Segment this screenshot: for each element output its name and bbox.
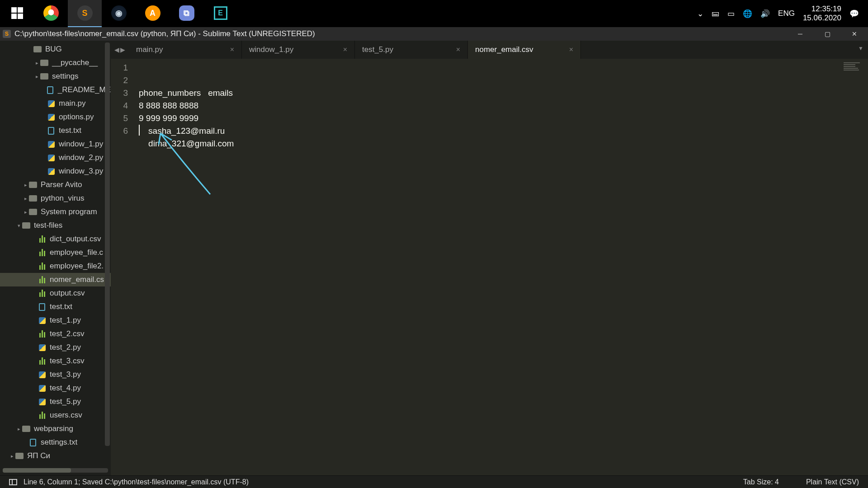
status-syntax[interactable]: Plain Text (CSV): [806, 478, 859, 486]
tab-overflow-icon[interactable]: ▼: [858, 45, 863, 52]
sublime-logo-icon: S: [3, 30, 11, 38]
tree-item[interactable]: output.csv: [0, 286, 111, 300]
tree-item[interactable]: test_1.py: [0, 314, 111, 327]
steam-icon: ◉: [111, 5, 127, 21]
disclosure-arrow-icon[interactable]: ▸: [34, 74, 40, 80]
tree-item-label: window_3.py: [59, 167, 103, 176]
tree-item-label: python_virus: [41, 194, 84, 203]
tree-item[interactable]: employee_file2.: [0, 259, 111, 273]
tree-item[interactable]: window_3.py: [0, 164, 111, 178]
tree-item[interactable]: ▸python_virus: [0, 192, 111, 205]
disclosure-arrow-icon[interactable]: ▸: [9, 453, 15, 459]
tree-item[interactable]: ▸ЯП Си: [0, 449, 111, 463]
tab-test_5-py[interactable]: test_5.py×: [355, 41, 468, 59]
tree-item-label: test_1.py: [50, 316, 81, 325]
minimize-button[interactable]: ─: [787, 27, 814, 41]
tree-item[interactable]: ▸settings: [0, 70, 111, 83]
tree-item-label: ЯП Си: [27, 451, 50, 460]
tree-item[interactable]: test.txt: [0, 124, 111, 137]
taskbar-app-epic[interactable]: E: [203, 0, 237, 27]
tree-item[interactable]: employee_file.c: [0, 246, 111, 259]
tree-item[interactable]: users.csv: [0, 408, 111, 422]
folder-icon: [29, 181, 37, 189]
disclosure-arrow-icon[interactable]: ▸: [34, 60, 40, 66]
folder-icon: [15, 452, 24, 460]
tree-item[interactable]: test_4.py: [0, 381, 111, 395]
tree-item[interactable]: nomer_email.cs: [0, 273, 111, 286]
csv-file-icon: [38, 357, 46, 365]
tree-item[interactable]: BUG: [0, 42, 111, 56]
tree-item[interactable]: test_2.csv: [0, 327, 111, 341]
tab-window_1-py[interactable]: window_1.py×: [242, 41, 355, 59]
close-button[interactable]: ✕: [841, 27, 868, 41]
start-button[interactable]: [0, 0, 34, 27]
tab-close-icon[interactable]: ×: [343, 46, 347, 54]
tree-item[interactable]: test_3.py: [0, 368, 111, 381]
tree-item[interactable]: test_5.py: [0, 395, 111, 408]
tabs-row: ◀ ▶ main.py×window_1.py×test_5.py×nomer_…: [111, 41, 868, 59]
tree-item-label: test-files: [34, 221, 62, 230]
tree-item[interactable]: main.py: [0, 97, 111, 110]
tree-item[interactable]: window_1.py: [0, 137, 111, 151]
sidebar-horizontal-scrollbar[interactable]: [3, 468, 108, 473]
tray-battery-icon[interactable]: ▭: [727, 9, 735, 19]
maximize-button[interactable]: ▢: [814, 27, 841, 41]
tray-network-icon[interactable]: 🌐: [743, 9, 752, 19]
tray-notifications-icon[interactable]: 💬: [849, 9, 859, 19]
tree-item[interactable]: ▸Parser Avito: [0, 178, 111, 192]
tree-item[interactable]: ▸__pycache__: [0, 56, 111, 70]
tab-label: nomer_email.csv: [475, 45, 533, 54]
tree-item-label: BUG: [45, 45, 62, 54]
tree-item[interactable]: options.py: [0, 110, 111, 124]
tab-close-icon[interactable]: ×: [230, 46, 234, 54]
minimap[interactable]: [805, 59, 868, 475]
tree-item[interactable]: dict_output.csv: [0, 232, 111, 246]
tree-item[interactable]: settings.txt: [0, 436, 111, 449]
disclosure-arrow-icon[interactable]: ▸: [23, 209, 29, 215]
taskbar-app-sublime[interactable]: S: [68, 0, 102, 27]
status-tab-size[interactable]: Tab Size: 4: [743, 478, 779, 486]
taskbar-tray: ⌄ 🖴 ▭ 🌐 🔊 ENG 12:35:19 15.06.2020 💬: [697, 5, 868, 23]
tray-usb-icon[interactable]: 🖴: [712, 9, 719, 18]
tray-language[interactable]: ENG: [778, 9, 795, 18]
disclosure-arrow-icon[interactable]: ▸: [23, 182, 29, 188]
tab-nomer_email-csv[interactable]: nomer_email.csv×: [468, 41, 581, 59]
disclosure-arrow-icon[interactable]: ▸: [23, 196, 29, 202]
taskbar-app-chrome[interactable]: [34, 0, 68, 27]
tree-item[interactable]: ▾test-files: [0, 219, 111, 232]
taskbar-app-discord[interactable]: ⧉: [170, 0, 203, 27]
taskbar-app-aimp[interactable]: A: [136, 0, 170, 27]
tree-item[interactable]: test.txt: [0, 300, 111, 314]
tray-volume-icon[interactable]: 🔊: [760, 9, 770, 19]
tree-item[interactable]: ▸System program: [0, 205, 111, 219]
sidebar-toggle-icon[interactable]: [9, 479, 17, 485]
code-editor[interactable]: phone_numbers emails8 888 888 88889 999 …: [133, 59, 805, 475]
status-bar: Line 6, Column 1; Saved C:\python\test-f…: [0, 475, 868, 488]
tab-close-icon[interactable]: ×: [569, 46, 573, 54]
disclosure-arrow-icon[interactable]: ▸: [16, 426, 22, 432]
sidebar-vertical-scrollbar[interactable]: [105, 42, 110, 467]
tab-nav-back-icon[interactable]: ◀: [114, 46, 119, 53]
tree-item-label: nomer_email.cs: [50, 275, 104, 284]
tree-item-label: window_1.py: [59, 140, 103, 149]
tree-item[interactable]: ▸webparsing: [0, 422, 111, 436]
tab-nav-forward-icon[interactable]: ▶: [120, 46, 125, 53]
tree-item-label: test_5.py: [50, 397, 81, 406]
tab-close-icon[interactable]: ×: [456, 46, 460, 54]
aimp-icon: A: [145, 5, 160, 21]
file-tree[interactable]: BUG▸__pycache__▸settings_README_MEmain.p…: [0, 41, 111, 468]
tray-expand-icon[interactable]: ⌄: [697, 9, 703, 19]
tree-item[interactable]: test_3.csv: [0, 354, 111, 368]
tree-item[interactable]: test_2.py: [0, 341, 111, 354]
tree-item[interactable]: _README_ME: [0, 83, 111, 97]
status-cursor-info: Line 6, Column 1; Saved C:\python\test-f…: [24, 478, 249, 486]
tray-clock[interactable]: 12:35:19 15.06.2020: [803, 5, 841, 23]
title-bar: S C:\python\test-files\nomer_email.csv (…: [0, 27, 868, 41]
tree-item[interactable]: window_2.py: [0, 151, 111, 164]
taskbar-app-steam[interactable]: ◉: [102, 0, 136, 27]
text-file-icon: [38, 303, 46, 311]
tab-main-py[interactable]: main.py×: [129, 41, 242, 59]
tree-item-label: window_2.py: [59, 153, 103, 162]
code-line: dima_321@gmail.com: [139, 137, 805, 150]
disclosure-arrow-icon[interactable]: ▾: [16, 223, 22, 229]
